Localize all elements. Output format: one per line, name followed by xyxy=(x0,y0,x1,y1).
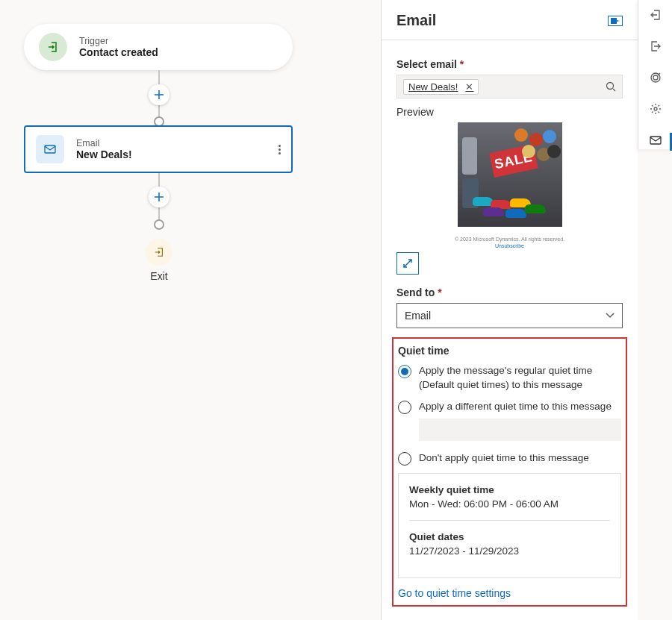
svg-point-1 xyxy=(607,83,614,90)
select-email-label: Select email * xyxy=(396,58,623,70)
exit-icon xyxy=(146,239,172,266)
rail-target-icon[interactable] xyxy=(648,70,663,85)
send-to-label: Send to * xyxy=(396,286,623,298)
expand-preview-button[interactable] xyxy=(396,252,419,275)
email-node-name: New Deals! xyxy=(76,148,132,160)
quiet-time-option-none[interactable]: Don't apply quiet time to this message xyxy=(398,451,621,466)
exit-node: Exit xyxy=(146,239,172,282)
preview-image: SALE xyxy=(458,122,562,227)
search-icon[interactable] xyxy=(606,81,616,92)
send-to-dropdown[interactable]: Email xyxy=(396,303,623,328)
email-preview: SALE xyxy=(396,122,623,249)
quiet-time-option-different[interactable]: Apply a different quiet time to this mes… xyxy=(398,400,621,414)
mail-icon xyxy=(36,135,64,163)
weekly-quiet-time-value: Mon - Wed: 06:00 PM - 06:00 AM xyxy=(409,498,610,521)
radio-icon[interactable] xyxy=(398,401,411,414)
rail-exit-icon[interactable] xyxy=(648,39,663,54)
panel-title: Email xyxy=(396,12,436,29)
panel-header: Email xyxy=(382,0,638,40)
rail-settings-icon[interactable] xyxy=(648,101,663,116)
trigger-label: Trigger xyxy=(79,36,158,46)
exit-label: Exit xyxy=(146,270,172,282)
quiet-time-settings-link[interactable]: Go to quiet time settings xyxy=(398,587,621,599)
selected-email-chip[interactable]: New Deals!✕ xyxy=(403,79,479,95)
svg-rect-0 xyxy=(45,145,55,153)
enter-icon xyxy=(39,33,67,61)
quiet-dates-title: Quiet dates xyxy=(409,531,610,542)
connector-dot xyxy=(154,219,164,230)
svg-point-4 xyxy=(654,107,657,110)
svg-point-3 xyxy=(653,75,658,80)
node-menu-button[interactable] xyxy=(279,145,281,154)
email-properties-panel: Email Select email * New Deals!✕ Preview xyxy=(381,0,638,620)
add-step-button[interactable] xyxy=(149,187,169,207)
remove-chip-icon[interactable]: ✕ xyxy=(465,81,473,93)
rail-mail-icon[interactable] xyxy=(648,133,663,148)
journey-canvas[interactable]: Trigger Contact created Email New Deals! xyxy=(0,0,381,620)
email-select-input[interactable]: New Deals!✕ xyxy=(396,75,623,98)
right-rail xyxy=(638,0,672,149)
svg-rect-5 xyxy=(650,137,661,144)
email-node-label: Email xyxy=(76,138,132,148)
chevron-down-icon xyxy=(606,313,615,319)
different-quiet-time-select-disabled xyxy=(419,419,621,441)
quiet-time-info: Weekly quiet time Mon - Wed: 06:00 PM - … xyxy=(398,473,621,578)
send-to-value: Email xyxy=(405,310,431,322)
add-step-button[interactable] xyxy=(149,84,169,105)
weekly-quiet-time-title: Weekly quiet time xyxy=(409,484,610,495)
preview-footer: © 2023 Microsoft Dynamics. All rights re… xyxy=(455,236,564,249)
trigger-name: Contact created xyxy=(79,46,158,58)
quiet-time-header: Quiet time xyxy=(398,345,621,357)
preview-label: Preview xyxy=(396,106,623,118)
rail-enter-icon[interactable] xyxy=(648,7,663,22)
radio-checked-icon[interactable] xyxy=(398,365,411,378)
email-node-selected[interactable]: Email New Deals! xyxy=(24,125,293,173)
quiet-dates-value: 11/27/2023 - 11/29/2023 xyxy=(409,545,610,561)
trigger-node[interactable]: Trigger Contact created xyxy=(24,24,293,70)
radio-icon[interactable] xyxy=(398,452,411,466)
panel-action-icon[interactable] xyxy=(608,16,623,26)
quiet-time-option-regular[interactable]: Apply the message's regular quiet time (… xyxy=(398,364,621,392)
quiet-time-section-highlight: Quiet time Apply the message's regular q… xyxy=(392,337,627,607)
